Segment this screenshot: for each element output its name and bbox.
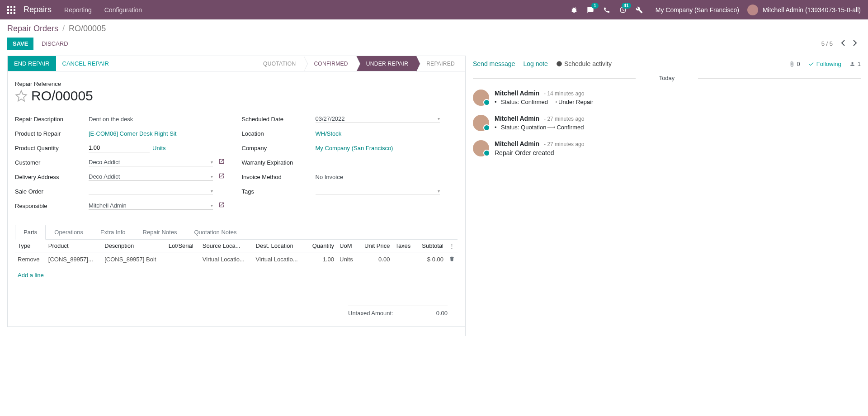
- tab-parts[interactable]: Parts: [15, 225, 46, 240]
- tabs: Parts Operations Extra Info Repair Notes…: [15, 225, 458, 240]
- lbl-product-to-repair: Product to Repair: [15, 130, 85, 137]
- col-dest[interactable]: Dest. Location: [253, 240, 307, 252]
- col-taxes[interactable]: Taxes: [392, 240, 416, 252]
- stage-repaired[interactable]: REPAIRED: [416, 56, 463, 71]
- user-menu[interactable]: Mitchell Admin (13934073-15-0-all): [747, 5, 861, 15]
- call-icon[interactable]: [603, 6, 610, 14]
- record-title: RO/00005: [31, 88, 93, 104]
- msg-time: - 27 minutes ago: [544, 116, 584, 122]
- stages: QUOTATION CONFIRMED UNDER REPAIR REPAIRE…: [257, 56, 465, 71]
- delete-row-icon[interactable]: [446, 252, 458, 267]
- external-link-icon[interactable]: [218, 173, 225, 180]
- dd-delivery-address[interactable]: Deco Addict▾: [89, 173, 213, 181]
- table-row[interactable]: Remove [CONS_89957]... [CONS_89957] Bolt…: [15, 252, 458, 267]
- ref-label: Repair Reference: [15, 80, 458, 87]
- apps-icon[interactable]: [7, 6, 15, 14]
- dd-customer[interactable]: Deco Addict▾: [89, 159, 213, 166]
- app-brand[interactable]: Repairs: [24, 5, 52, 14]
- col-unit-price[interactable]: Unit Price: [358, 240, 393, 252]
- uom-units[interactable]: Units: [152, 145, 166, 151]
- tools-icon[interactable]: [636, 6, 643, 14]
- val-warranty[interactable]: [316, 161, 458, 163]
- lbl-sale-order: Sale Order: [15, 188, 85, 195]
- dd-sale-order[interactable]: ▾: [89, 189, 213, 194]
- lbl-company: Company: [242, 145, 312, 151]
- stage-confirmed[interactable]: CONFIRMED: [304, 56, 356, 71]
- msg-author[interactable]: Mitchell Admin: [495, 90, 539, 97]
- following-button[interactable]: Following: [808, 61, 841, 67]
- msg-time: - 27 minutes ago: [544, 141, 584, 147]
- col-uom[interactable]: UoM: [337, 240, 358, 252]
- tab-repair-notes[interactable]: Repair Notes: [134, 225, 186, 240]
- avatar: [473, 140, 489, 156]
- col-subtotal[interactable]: Subtotal: [416, 240, 446, 252]
- msg-author[interactable]: Mitchell Admin: [495, 115, 539, 122]
- col-type[interactable]: Type: [15, 240, 46, 252]
- followers-count[interactable]: 1: [849, 61, 861, 67]
- breadcrumb: Repair Orders / RO/00005: [7, 24, 861, 33]
- col-options[interactable]: ⋮: [446, 240, 458, 252]
- external-link-icon[interactable]: [218, 202, 225, 209]
- user-name: Mitchell Admin (13934073-15-0-all): [763, 6, 861, 14]
- val-location[interactable]: WH/Stock: [316, 129, 458, 138]
- lbl-responsible: Responsible: [15, 203, 85, 209]
- val-product-to-repair[interactable]: [E-COM06] Corner Desk Right Sit: [89, 129, 231, 138]
- lbl-tags: Tags: [242, 188, 312, 195]
- col-product[interactable]: Product: [46, 240, 102, 252]
- external-link-icon[interactable]: [218, 158, 225, 166]
- stage-quotation[interactable]: QUOTATION: [257, 56, 304, 71]
- user-avatar: [747, 5, 758, 15]
- col-description[interactable]: Description: [102, 240, 166, 252]
- menu-configuration[interactable]: Configuration: [104, 6, 142, 14]
- col-src[interactable]: Source Loca...: [200, 240, 253, 252]
- val-company[interactable]: My Company (San Francisco): [316, 144, 458, 152]
- add-line-link[interactable]: Add a line: [15, 267, 458, 284]
- menu-reporting[interactable]: Reporting: [64, 6, 92, 14]
- dd-tags[interactable]: ▾: [316, 189, 440, 194]
- discard-button[interactable]: DISCARD: [42, 40, 68, 47]
- col-lot[interactable]: Lot/Serial: [166, 240, 200, 252]
- end-repair-button[interactable]: END REPAIR: [8, 56, 56, 71]
- lbl-repair-description: Repair Description: [15, 116, 85, 123]
- send-message-link[interactable]: Send message: [473, 60, 515, 67]
- untaxed-value: 0.00: [436, 310, 448, 317]
- pager-text[interactable]: 5 / 5: [821, 40, 833, 47]
- messaging-badge: 1: [591, 3, 599, 9]
- col-qty[interactable]: Quantity: [306, 240, 337, 252]
- lbl-location: Location: [242, 130, 312, 137]
- lbl-customer: Customer: [15, 159, 85, 166]
- breadcrumb-root[interactable]: Repair Orders: [7, 24, 58, 33]
- navbar: Repairs Reporting Configuration 1 41 My …: [0, 0, 868, 19]
- tab-operations[interactable]: Operations: [46, 225, 92, 240]
- dd-scheduled-date[interactable]: 03/27/2022▾: [316, 115, 440, 123]
- today-separator: Today: [473, 75, 861, 81]
- priority-star[interactable]: [15, 90, 28, 102]
- msg-author[interactable]: Mitchell Admin: [495, 140, 539, 147]
- lbl-invoice-method: Invoice Method: [242, 174, 312, 180]
- val-invoice-method[interactable]: No Invoice: [316, 173, 458, 181]
- totals: Untaxed Amount:0.00: [15, 306, 458, 317]
- form-sheet: Repair Reference RO/00005 Repair Descrip…: [7, 71, 465, 327]
- dd-responsible[interactable]: Mitchell Admin▾: [89, 202, 213, 210]
- pager-prev[interactable]: [837, 37, 849, 50]
- chatter-message: Mitchell Admin- 14 minutes ago Status: C…: [466, 85, 868, 110]
- save-button[interactable]: SAVE: [7, 38, 33, 50]
- stage-under-repair[interactable]: UNDER REPAIR: [356, 56, 416, 71]
- tab-quotation-notes[interactable]: Quotation Notes: [185, 225, 245, 240]
- tab-extra-info[interactable]: Extra Info: [92, 225, 134, 240]
- statusbar: END REPAIR CANCEL REPAIR QUOTATION CONFI…: [7, 56, 465, 71]
- activities-icon[interactable]: 41: [619, 6, 627, 14]
- schedule-activity-link[interactable]: Schedule activity: [556, 60, 612, 67]
- input-product-quantity[interactable]: [89, 143, 150, 152]
- pager-next[interactable]: [849, 37, 861, 50]
- lbl-warranty: Warranty Expiration: [242, 159, 312, 166]
- messaging-icon[interactable]: 1: [587, 6, 594, 14]
- chatter-message: Mitchell Admin- 27 minutes ago Repair Or…: [466, 136, 868, 161]
- company-name[interactable]: My Company (San Francisco): [656, 6, 739, 14]
- debug-icon[interactable]: [571, 6, 578, 14]
- attachments-count[interactable]: 0: [789, 61, 800, 67]
- log-note-link[interactable]: Log note: [523, 60, 548, 67]
- msg-time: - 14 minutes ago: [544, 90, 584, 97]
- val-repair-description[interactable]: Dent on the desk: [89, 115, 231, 123]
- cancel-repair-button[interactable]: CANCEL REPAIR: [56, 56, 115, 71]
